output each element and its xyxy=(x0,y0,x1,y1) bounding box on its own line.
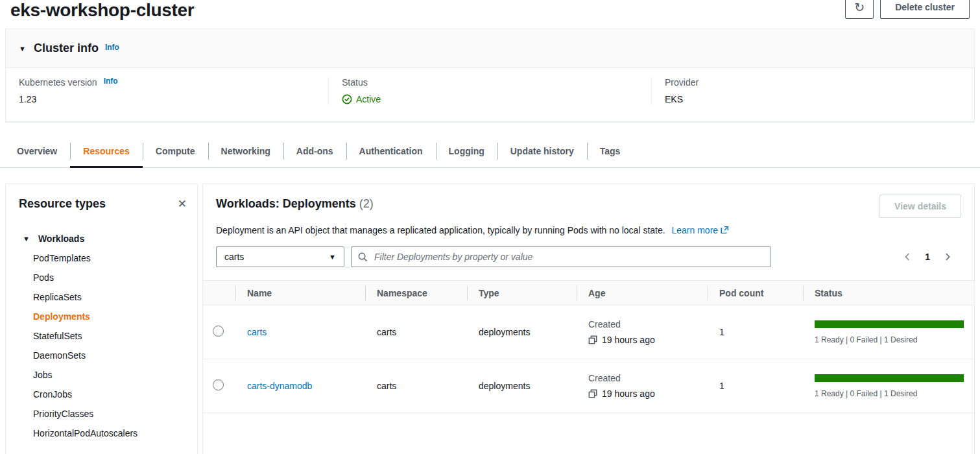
deployments-header: Workloads: Deployments(2) View details D… xyxy=(203,184,974,267)
row-select-radio[interactable] xyxy=(213,326,224,337)
provider-field: Provider EKS xyxy=(651,77,974,104)
row-select-radio[interactable] xyxy=(213,379,224,390)
close-icon[interactable]: ✕ xyxy=(178,198,187,209)
resource-filter-value: carts xyxy=(224,252,244,262)
namespace-cell: carts xyxy=(377,381,396,391)
tab-authentication[interactable]: Authentication xyxy=(346,135,436,167)
delete-cluster-label: Delete cluster xyxy=(895,2,955,12)
age-created-label: Created xyxy=(588,319,708,329)
cluster-info-info-link[interactable]: Info xyxy=(105,43,119,52)
view-details-button[interactable]: View details xyxy=(879,195,961,218)
cluster-info-title: Cluster info xyxy=(34,42,99,55)
status-progress-bar xyxy=(815,374,964,382)
workloads-caret-icon[interactable]: ▼ xyxy=(23,235,30,243)
provider-label: Provider xyxy=(665,77,961,88)
filter-row: carts ▼ 1 xyxy=(216,246,961,267)
age-value: 19 hours ago xyxy=(602,335,655,345)
deployments-title: Workloads: Deployments(2) xyxy=(216,195,374,213)
sidebar-item-daemonsets[interactable]: DaemonSets xyxy=(6,346,197,365)
cluster-info-card: ▼ Cluster info Info Kubernetes version I… xyxy=(5,29,975,122)
column-header-namespace: Namespace xyxy=(365,281,467,305)
deployments-panel: Workloads: Deployments(2) View details D… xyxy=(202,184,975,454)
table-row: carts carts deployments Created 19 hours… xyxy=(203,305,974,359)
kubernetes-version-info-link[interactable]: Info xyxy=(104,77,118,86)
sidebar-item-priorityclasses[interactable]: PriorityClasses xyxy=(6,404,197,424)
tab-update-history[interactable]: Update history xyxy=(497,135,587,167)
chevron-right-icon[interactable] xyxy=(943,252,952,261)
search-icon xyxy=(358,252,368,262)
view-details-label: View details xyxy=(894,201,946,211)
tab-tags[interactable]: Tags xyxy=(587,135,634,167)
status-progress-bar xyxy=(815,320,964,328)
pod-count-cell: 1 xyxy=(719,327,724,337)
page-header: eks-workshop-cluster ↻ Delete cluster xyxy=(0,0,980,27)
cluster-info-body: Kubernetes version Info 1.23 Status Acti… xyxy=(6,68,974,121)
column-header-pod-count: Pod count xyxy=(708,281,803,305)
column-header-type: Type xyxy=(467,281,577,305)
resource-types-title: Resource types xyxy=(19,197,106,211)
status-text: 1 Ready | 0 Failed | 1 Desired xyxy=(815,335,974,344)
search-input[interactable] xyxy=(373,251,764,263)
type-cell: deployments xyxy=(479,381,530,391)
sidebar-item-podtemplates[interactable]: PodTemplates xyxy=(6,248,197,268)
sidebar-item-replicasets[interactable]: ReplicaSets xyxy=(6,287,197,307)
column-header-status: Status xyxy=(803,281,974,305)
column-header-age: Age xyxy=(577,281,708,305)
namespace-cell: carts xyxy=(377,327,396,337)
age-value: 19 hours ago xyxy=(602,388,655,399)
status-label: Status xyxy=(342,77,638,88)
kubernetes-version-value: 1.23 xyxy=(19,94,315,104)
page-title: eks-workshop-cluster xyxy=(10,0,194,21)
status-text: 1 Ready | 0 Failed | 1 Desired xyxy=(815,389,974,398)
sidebar-item-deployments[interactable]: Deployments xyxy=(6,307,197,326)
search-box xyxy=(351,246,771,267)
learn-more-link[interactable]: Learn more xyxy=(672,225,730,235)
resource-types-panel: Resource types ✕ ▼ Workloads PodTemplate… xyxy=(5,184,198,454)
resource-types-tree: ▼ Workloads PodTemplates Pods ReplicaSet… xyxy=(6,229,197,443)
tab-resources[interactable]: Resources xyxy=(70,135,143,167)
kubernetes-version-label: Kubernetes version Info xyxy=(19,77,315,88)
status-field: Status Active xyxy=(328,77,651,104)
tab-overview[interactable]: Overview xyxy=(4,135,70,167)
refresh-button[interactable]: ↻ xyxy=(845,0,874,19)
workloads-group-label: Workloads xyxy=(38,233,84,244)
tab-logging[interactable]: Logging xyxy=(436,135,497,167)
copy-icon[interactable] xyxy=(588,335,597,344)
status-value: Active xyxy=(342,94,638,104)
tab-networking[interactable]: Networking xyxy=(208,135,283,167)
delete-cluster-button[interactable]: Delete cluster xyxy=(880,0,970,19)
sidebar-item-cronjobs[interactable]: CronJobs xyxy=(6,385,197,404)
resources-content: Resource types ✕ ▼ Workloads PodTemplate… xyxy=(5,184,975,454)
age-created-label: Created xyxy=(588,373,708,383)
kubernetes-version-field: Kubernetes version Info 1.23 xyxy=(6,77,328,104)
table-header-row: Name Namespace Type Age Pod count Status xyxy=(203,281,974,305)
deployments-table: Name Namespace Type Age Pod count Status… xyxy=(203,280,974,413)
deployment-name-link[interactable]: carts xyxy=(247,327,267,337)
sidebar-item-statefulsets[interactable]: StatefulSets xyxy=(6,326,197,346)
pod-count-cell: 1 xyxy=(719,381,724,391)
tab-add-ons[interactable]: Add-ons xyxy=(283,135,346,167)
table-row: carts-dynamodb carts deployments Created… xyxy=(203,359,974,413)
cluster-tabs: Overview Resources Compute Networking Ad… xyxy=(0,135,980,168)
sidebar-item-horizontalpodautoscalers[interactable]: HorizontalPodAutoscalers xyxy=(6,424,197,443)
sidebar-item-jobs[interactable]: Jobs xyxy=(6,365,197,385)
copy-icon[interactable] xyxy=(588,389,597,398)
refresh-icon: ↻ xyxy=(854,0,865,15)
external-link-icon xyxy=(721,225,729,237)
check-circle-icon xyxy=(342,94,352,104)
chevron-left-icon[interactable] xyxy=(903,252,912,261)
type-cell: deployments xyxy=(479,327,530,337)
chevron-down-icon: ▼ xyxy=(329,253,336,261)
provider-value: EKS xyxy=(665,94,961,104)
page-number[interactable]: 1 xyxy=(925,252,930,262)
deployment-name-link[interactable]: carts-dynamodb xyxy=(247,381,312,391)
resource-filter-select[interactable]: carts ▼ xyxy=(216,246,344,267)
tab-compute[interactable]: Compute xyxy=(143,135,208,167)
tree-group-workloads[interactable]: ▼ Workloads xyxy=(6,229,197,248)
collapse-caret-icon[interactable]: ▼ xyxy=(19,45,26,53)
pagination: 1 xyxy=(903,252,961,262)
cluster-info-header[interactable]: ▼ Cluster info Info xyxy=(6,29,974,68)
deployments-description: Deployment is an API object that manages… xyxy=(216,224,961,236)
sidebar-item-pods[interactable]: Pods xyxy=(6,268,197,287)
column-header-name: Name xyxy=(235,281,365,305)
